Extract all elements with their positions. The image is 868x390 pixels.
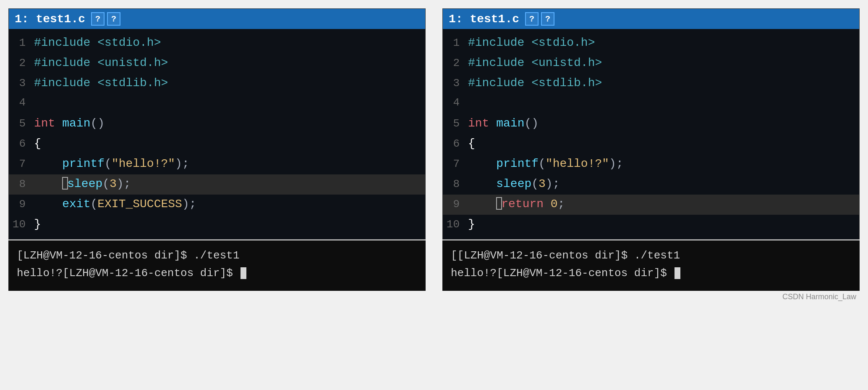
- token: [468, 177, 496, 190]
- code-line: 6{: [9, 134, 425, 154]
- token: {: [468, 137, 475, 150]
- text-cursor: [496, 197, 502, 210]
- code-line: 5int main(): [443, 114, 859, 134]
- token: int: [34, 117, 55, 130]
- token: #include <stdio.h>: [468, 36, 595, 49]
- line-content: printf("hello!?");: [34, 155, 425, 173]
- code-line: 1#include <stdio.h>: [443, 33, 859, 53]
- token: (): [524, 117, 539, 130]
- code-line: 9 exit(EXIT_SUCCESS);: [9, 195, 425, 215]
- token: main: [62, 117, 90, 130]
- token: );: [175, 157, 189, 170]
- token: (: [102, 177, 110, 190]
- token: [468, 157, 496, 170]
- token: sleep: [67, 177, 102, 190]
- terminal-line: hello!?[LZH@VM-12-16-centos dir]$: [17, 265, 417, 282]
- code-line: 1#include <stdio.h>: [9, 33, 425, 53]
- line-content: #include <stdio.h>: [34, 34, 425, 52]
- code-line: 7 printf("hello!?");: [9, 154, 425, 174]
- code-line: 8 sleep(3);: [443, 174, 859, 195]
- line-number: 10: [443, 216, 468, 233]
- token: EXIT_SUCCESS: [97, 198, 182, 211]
- token: ;: [558, 198, 565, 211]
- token: #include <unistd.h>: [34, 56, 168, 69]
- code-line: 8 sleep(3);: [9, 174, 425, 195]
- terminal-text: hello!?[LZH@VM-12-16-centos dir]$: [451, 267, 674, 279]
- token: (: [539, 157, 546, 170]
- code-line: 9 return 0;: [443, 195, 859, 215]
- token: #include <stdio.h>: [34, 36, 161, 49]
- token: sleep: [496, 177, 531, 190]
- code-line: 4: [9, 94, 425, 114]
- line-number: 9: [443, 196, 468, 213]
- title-icon-0[interactable]: ?: [91, 12, 105, 26]
- terminal-cursor: [241, 267, 246, 279]
- line-number: 3: [9, 75, 34, 92]
- main-container: 1: test1.c??1#include <stdio.h>2#include…: [8, 8, 860, 382]
- line-number: 1: [443, 35, 468, 51]
- title-icon-0[interactable]: ?: [525, 12, 539, 26]
- line-number: 9: [9, 196, 34, 213]
- code-line: 2#include <unistd.h>: [443, 53, 859, 74]
- token: [34, 157, 62, 170]
- terminal-line: [LZH@VM-12-16-centos dir]$ ./test1: [17, 247, 417, 265]
- token: [55, 117, 62, 130]
- line-number: 1: [9, 35, 34, 51]
- terminal-line: hello!?[LZH@VM-12-16-centos dir]$: [451, 265, 851, 282]
- line-content: #include <stdlib.h>: [34, 74, 425, 92]
- line-content: sleep(3);: [34, 175, 425, 193]
- panel-left: 1: test1.c??1#include <stdio.h>2#include…: [8, 8, 426, 382]
- line-content: exit(EXIT_SUCCESS);: [34, 195, 425, 213]
- token: [489, 117, 496, 130]
- code-line: 5int main(): [9, 114, 425, 134]
- code-line: 4: [443, 94, 859, 114]
- token: #include <unistd.h>: [468, 56, 602, 69]
- line-number: 6: [443, 136, 468, 152]
- editor-left[interactable]: 1: test1.c??1#include <stdio.h>2#include…: [8, 8, 426, 240]
- line-number: 2: [443, 55, 468, 71]
- terminal-text: hello!?[LZH@VM-12-16-centos dir]$: [17, 267, 240, 279]
- line-number: 3: [443, 75, 468, 92]
- token: (: [531, 177, 539, 190]
- token: main: [496, 117, 524, 130]
- token: [544, 198, 551, 211]
- token: #include <stdlib.h>: [468, 76, 602, 90]
- token: 3: [110, 177, 117, 190]
- editor-titlebar-left: 1: test1.c??: [9, 9, 425, 29]
- editor-titlebar-right: 1: test1.c??: [443, 9, 859, 29]
- token: [34, 177, 62, 190]
- title-icon-1[interactable]: ?: [107, 12, 120, 26]
- text-cursor: [62, 177, 68, 190]
- line-content: int main(): [468, 115, 859, 132]
- line-content: #include <stdio.h>: [468, 34, 859, 52]
- terminal-text: [LZH@VM-12-16-centos dir]$ ./test1: [17, 249, 240, 262]
- line-content: {: [468, 135, 859, 153]
- line-content: printf("hello!?");: [468, 155, 859, 173]
- line-number: 10: [9, 216, 34, 233]
- line-number: 8: [9, 176, 34, 192]
- editor-right[interactable]: 1: test1.c??1#include <stdio.h>2#include…: [442, 8, 860, 240]
- token: );: [609, 157, 623, 170]
- token: }: [468, 218, 475, 231]
- token: [34, 198, 62, 211]
- code-line: 3#include <stdlib.h>: [9, 74, 425, 94]
- panel-right: 1: test1.c??1#include <stdio.h>2#include…: [442, 8, 860, 382]
- terminal-cursor: [675, 267, 680, 279]
- title-icon-1[interactable]: ?: [541, 12, 554, 26]
- token: exit: [62, 198, 90, 211]
- token: );: [546, 177, 560, 190]
- code-line: 2#include <unistd.h>: [9, 53, 425, 74]
- token: (: [105, 157, 112, 170]
- line-content: }: [34, 216, 425, 233]
- line-number: 7: [9, 156, 34, 172]
- line-number: 5: [9, 116, 34, 132]
- code-area: 1#include <stdio.h>2#include <unistd.h>3…: [443, 29, 859, 239]
- code-line: 10}: [9, 215, 425, 235]
- line-content: }: [468, 216, 859, 233]
- token: {: [34, 137, 41, 150]
- line-content: sleep(3);: [468, 175, 859, 193]
- line-number: 2: [9, 55, 34, 71]
- code-area: 1#include <stdio.h>2#include <unistd.h>3…: [9, 29, 425, 239]
- line-content: {: [34, 135, 425, 153]
- terminal-line: [[LZH@VM-12-16-centos dir]$ ./test1: [451, 247, 851, 265]
